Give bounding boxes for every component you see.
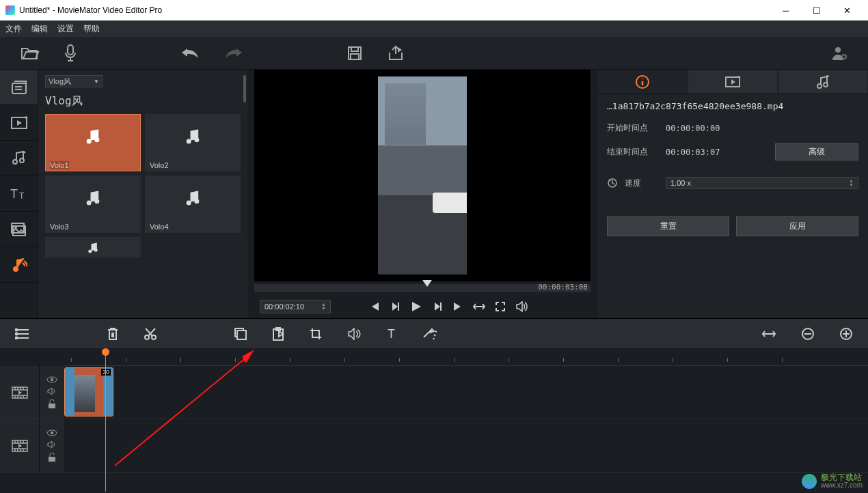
zoom-button[interactable]: [495, 300, 506, 313]
export-button[interactable]: [387, 46, 405, 61]
fit-button[interactable]: [473, 300, 485, 313]
frame-back-button[interactable]: [390, 300, 401, 313]
timecode-value: 00:00:02:10: [265, 302, 304, 311]
open-file-button[interactable]: [21, 46, 40, 61]
paste-button[interactable]: [272, 327, 284, 341]
music-note-icon: [46, 115, 140, 158]
svg-rect-41: [237, 330, 246, 339]
media-item-label: Volo3: [50, 223, 69, 231]
apply-button[interactable]: 应用: [736, 216, 858, 236]
lock-icon[interactable]: [48, 453, 56, 462]
svg-point-52: [51, 378, 53, 381]
zoom-fit-button[interactable]: [761, 329, 776, 339]
preview-video-frame: [378, 76, 467, 274]
save-button[interactable]: [347, 46, 362, 61]
props-tab-audio[interactable]: [778, 70, 867, 94]
track-header-v2[interactable]: [0, 419, 40, 472]
menu-edit[interactable]: 编辑: [31, 23, 48, 35]
play-button[interactable]: [410, 300, 422, 313]
timeline-menu-button[interactable]: [15, 328, 30, 339]
frame-forward-button[interactable]: [432, 300, 443, 313]
copy-button[interactable]: [234, 327, 247, 341]
clip-filename: …1a817b7a2c873f65e4820ee3e988.mp4: [607, 101, 858, 111]
video-clip[interactable]: 20: [64, 367, 113, 417]
scrollbar-thumb[interactable]: [243, 75, 246, 102]
redo-button[interactable]: [224, 47, 243, 59]
undo-button[interactable]: [180, 47, 200, 59]
timecode-input[interactable]: 00:00:02:10 ▲▼: [260, 300, 331, 313]
music-note-icon: [46, 238, 140, 258]
media-item-volo3[interactable]: Volo3: [45, 175, 141, 233]
menu-bar: 文件 编辑 设置 帮助: [0, 20, 868, 37]
reset-button[interactable]: 重置: [607, 216, 729, 236]
record-voice-button[interactable]: [64, 44, 77, 62]
mute-icon[interactable]: [47, 387, 57, 395]
delete-button[interactable]: [107, 327, 119, 341]
timeline-playhead[interactable]: [105, 348, 106, 492]
track-header-v1[interactable]: [0, 366, 40, 419]
minimize-button[interactable]: ─: [770, 0, 801, 20]
skip-end-button[interactable]: [452, 300, 463, 313]
rail-stickers[interactable]: [0, 212, 38, 247]
media-item-label: Volo1: [50, 161, 69, 169]
props-tab-video[interactable]: [688, 70, 777, 94]
account-button[interactable]: [831, 45, 847, 61]
maximize-button[interactable]: ☐: [801, 0, 832, 20]
rail-video-templates[interactable]: [0, 105, 38, 141]
category-select[interactable]: Vlog风 ▼: [45, 75, 103, 87]
svg-rect-0: [68, 45, 73, 55]
track-controls-v1: [40, 366, 64, 419]
svg-point-27: [94, 249, 98, 252]
media-item-volo4[interactable]: Volo4: [145, 175, 241, 233]
close-button[interactable]: ✕: [832, 0, 863, 20]
svg-point-25: [194, 199, 199, 203]
zoom-out-button[interactable]: [801, 327, 815, 341]
speed-select[interactable]: 1.00 x ▲▼: [666, 177, 858, 189]
menu-help[interactable]: 帮助: [83, 23, 100, 35]
properties-body: …1a817b7a2c873f65e4820ee3e988.mp4 开始时间点 …: [597, 94, 868, 243]
lock-icon[interactable]: [48, 399, 56, 409]
scrub-playhead-icon[interactable]: [422, 280, 432, 287]
zoom-in-button[interactable]: [839, 327, 853, 341]
visibility-icon[interactable]: [46, 429, 57, 436]
mute-icon[interactable]: [47, 440, 57, 449]
visibility-icon[interactable]: [46, 376, 57, 383]
rail-audio-templates[interactable]: [0, 141, 38, 176]
top-toolbar: [0, 37, 868, 70]
timeline-ruler[interactable]: [64, 348, 868, 366]
skip-start-button[interactable]: [369, 300, 380, 313]
rail-media-library[interactable]: [0, 70, 38, 105]
preview-canvas[interactable]: [254, 70, 591, 281]
media-item-label: Volo4: [150, 223, 169, 231]
track-content-v2[interactable]: [64, 419, 868, 472]
watermark-title: 极光下载站: [821, 474, 863, 481]
main-area: TT Vlog风 ▼ Vlog风 Volo1 Volo2 Volo3: [0, 70, 868, 318]
svg-point-20: [187, 139, 191, 144]
timecode-spinners[interactable]: ▲▼: [321, 302, 326, 311]
cut-button[interactable]: [144, 327, 157, 341]
svg-rect-3: [351, 54, 359, 59]
music-note-icon: [46, 176, 140, 220]
text-button[interactable]: T: [385, 328, 398, 340]
svg-point-30: [817, 84, 822, 88]
chevron-down-icon: ▼: [94, 79, 99, 85]
end-time-value: 00:00:03:07: [666, 147, 741, 157]
track-content-v1[interactable]: 20: [64, 366, 868, 419]
preview-scrub-bar[interactable]: 00:00:03:08: [254, 284, 591, 292]
volume-button[interactable]: [515, 300, 528, 313]
media-item-extra[interactable]: [45, 237, 141, 257]
menu-settings[interactable]: 设置: [57, 23, 74, 35]
rail-music[interactable]: [0, 247, 38, 283]
start-time-label: 开始时间点: [607, 122, 659, 134]
menu-file[interactable]: 文件: [5, 23, 22, 35]
media-item-volo2[interactable]: Volo2: [145, 114, 241, 171]
effects-button[interactable]: [422, 328, 437, 340]
svg-text:T: T: [10, 187, 18, 201]
crop-button[interactable]: [309, 327, 323, 341]
props-tab-info[interactable]: [598, 70, 687, 94]
advanced-button[interactable]: 高级: [775, 143, 858, 160]
media-item-volo1[interactable]: Volo1: [45, 114, 141, 171]
rail-text[interactable]: TT: [0, 176, 38, 212]
audio-button[interactable]: [347, 328, 361, 340]
end-time-label: 结束时间点: [607, 146, 659, 158]
